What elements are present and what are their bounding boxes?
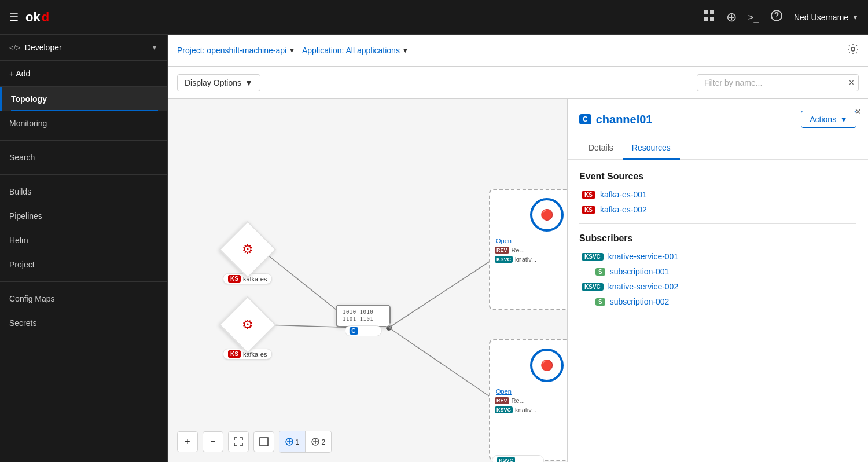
ksvc-badge-2: KSVC [582,283,604,291]
side-panel-tabs: Details Resources [579,137,856,159]
side-panel-title-row: C channel01 Actions ▼ [579,111,856,128]
sidebar-item-pipelines[interactable]: Pipelines [0,204,167,228]
service-group-bottom: 🔴 Open REV Re... KSVC knativ... [489,339,567,461]
kafka1-badge: KS [228,275,241,283]
fit-button[interactable] [228,431,249,452]
sidebar-item-configmaps[interactable]: Config Maps [0,287,167,311]
event-source-2: KS kafka-es-002 [579,205,856,214]
ksvc-badge-bottom: KSVC [495,406,513,413]
kafka-es-002-link[interactable]: kafka-es-002 [600,205,647,214]
role-text: Developer [25,43,62,52]
sidebar-item-helm[interactable]: Helm [0,228,167,252]
side-panel-body: Event Sources KS kafka-es-001 KS kafka-e… [568,160,868,462]
sidebar: </> Developer ▼ + Add Topology Monitorin… [0,35,168,462]
filter-input[interactable] [697,74,859,91]
user-menu[interactable]: Ned Username ▼ [794,13,859,22]
rev-label-top: Re... [512,247,525,254]
node-kafka1[interactable]: ⚙ KS kafka-es [223,229,272,284]
node-kafka2[interactable]: ⚙ KS kafka-es [223,305,272,360]
s-badge-1: S [595,268,605,276]
main-content: Project: openshift-machine-api ▼ Applica… [168,35,868,462]
zoom-out-button[interactable]: − [203,431,223,452]
app-selector[interactable]: Application: All applications ▼ [302,46,409,55]
kafka1-icon: ⚙ [242,242,253,257]
side-panel-title: C channel01 [579,113,653,126]
knative-service-001-link[interactable]: knative-service-001 [608,252,678,261]
ks-badge-1: KS [582,191,595,199]
logo-ok: ok [25,10,41,25]
hamburger-menu-icon[interactable]: ☰ [9,11,19,24]
rev-badge-top: REV [495,247,509,254]
actions-button[interactable]: Actions ▼ [801,111,856,128]
layout: </> Developer ▼ + Add Topology Monitorin… [0,35,868,462]
code-icon: </> [9,43,20,52]
side-panel-close-button[interactable]: × [855,106,861,118]
settings-icon[interactable] [847,43,859,58]
help-icon[interactable] [771,10,782,24]
sidebar-role-caret: ▼ [151,43,158,52]
ksvc-label-top: knativ... [515,256,536,263]
sidebar-item-topology[interactable]: Topology [0,87,167,111]
display-options-caret-icon: ▼ [245,78,253,87]
ksvc-badge-top: KSVC [495,256,513,263]
kafka2-diamond: ⚙ [219,296,276,354]
node-channel[interactable]: 1010 10101101 1101 C chan... ☞ [336,305,391,327]
channel-title-text: channel01 [596,113,653,126]
sidebar-item-project[interactable]: Project [0,252,167,277]
svg-point-5 [776,19,777,20]
display-options-toolbar: Display Options ▼ × [168,67,868,99]
breadcrumb-toolbar: Project: openshift-machine-api ▼ Applica… [168,35,868,67]
filter-input-wrap: × [697,74,859,91]
open-label-bottom[interactable]: Open [496,388,512,395]
kafka-es-001-link[interactable]: kafka-es-001 [600,190,647,199]
group2-label: 2 [321,438,325,446]
display-options-button[interactable]: Display Options ▼ [177,74,260,91]
event-sources-title: Event Sources [579,171,856,182]
kafka2-icon: ⚙ [242,317,253,332]
subscription-002-link[interactable]: subscription-002 [610,297,670,306]
knative-service-002-link[interactable]: knative-service-002 [608,282,678,291]
sidebar-item-monitoring[interactable]: Monitoring [0,111,167,135]
subscriber-sub-1: S subscription-001 [579,267,856,276]
filter-clear-button[interactable]: × [849,78,854,88]
channel-label: chan... [360,328,377,334]
topnav: ☰ ok d ⊕ >_ Ned Username ▼ [0,0,868,35]
ksvc-standalone[interactable]: KSVC knativ... [492,455,544,462]
sidebar-add-link[interactable]: + Add [0,61,167,87]
group2-button[interactable]: 2 [306,431,331,452]
actions-caret-icon: ▼ [840,115,848,124]
tab-details[interactable]: Details [579,137,623,160]
svg-rect-2 [704,17,708,21]
channel-badge: C [349,327,358,335]
open-label-top[interactable]: Open [496,237,512,244]
openshift-icon-bottom: 🔴 [540,359,553,372]
rev-badge-bottom: REV [495,397,509,404]
sidebar-developer[interactable]: </> Developer ▼ [0,35,167,61]
rev-label-bottom: Re... [512,397,525,404]
grid-icon[interactable] [703,10,715,24]
topnav-icons: ⊕ >_ Ned Username ▼ [703,10,859,25]
ksvc-standalone-badge: KSVC [497,457,515,462]
section-divider [579,223,856,224]
tab-resources[interactable]: Resources [623,137,680,160]
zoom-in-button[interactable]: + [177,431,198,452]
service-circle-bottom: 🔴 [527,345,567,386]
svg-point-6 [851,47,855,51]
sidebar-item-search[interactable]: Search [0,145,167,170]
add-icon[interactable]: ⊕ [726,10,737,25]
svg-line-10 [389,252,503,328]
terminal-icon[interactable]: >_ [748,12,759,23]
side-panel-header: C channel01 Actions ▼ Details Resources [568,99,868,160]
subscription-001-link[interactable]: subscription-001 [610,267,670,276]
logo: ok d [25,10,49,25]
sidebar-item-secrets[interactable]: Secrets [0,311,167,335]
actions-label: Actions [810,115,836,124]
project-selector[interactable]: Project: openshift-machine-api ▼ [177,46,295,55]
fullscreen-button[interactable] [253,431,274,452]
topology-canvas[interactable]: ⚙ KS kafka-es ⚙ KS kafka-es [168,99,567,462]
sidebar-item-builds[interactable]: Builds [0,179,167,204]
ksvc-badge-1: KSVC [582,253,604,261]
group1-button[interactable]: 1 [279,431,306,452]
svg-rect-1 [710,10,714,14]
event-source-1: KS kafka-es-001 [579,190,856,199]
